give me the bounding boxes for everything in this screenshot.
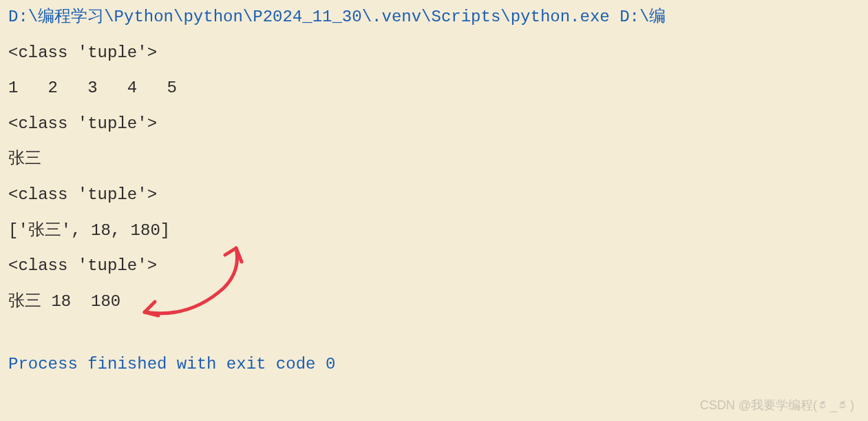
output-class-3: <class 'tuple'> xyxy=(8,183,860,207)
output-class-1: <class 'tuple'> xyxy=(8,41,860,65)
output-name: 张三 xyxy=(8,147,860,171)
command-line: D:\编程学习\Python\python\P2024_11_30\.venv\… xyxy=(8,6,860,29)
output-class-2: <class 'tuple'> xyxy=(8,112,860,136)
output-values-2: 张三 18 180 xyxy=(8,290,860,314)
exit-code-line: Process finished with exit code 0 xyxy=(8,353,860,376)
output-class-4: <class 'tuple'> xyxy=(8,254,860,278)
csdn-watermark: CSDN @我要学编程(ಥ_ಥ) xyxy=(700,397,854,414)
output-list: ['张三', 18, 180] xyxy=(8,219,860,243)
output-values-1: 1 2 3 4 5 xyxy=(8,76,860,100)
